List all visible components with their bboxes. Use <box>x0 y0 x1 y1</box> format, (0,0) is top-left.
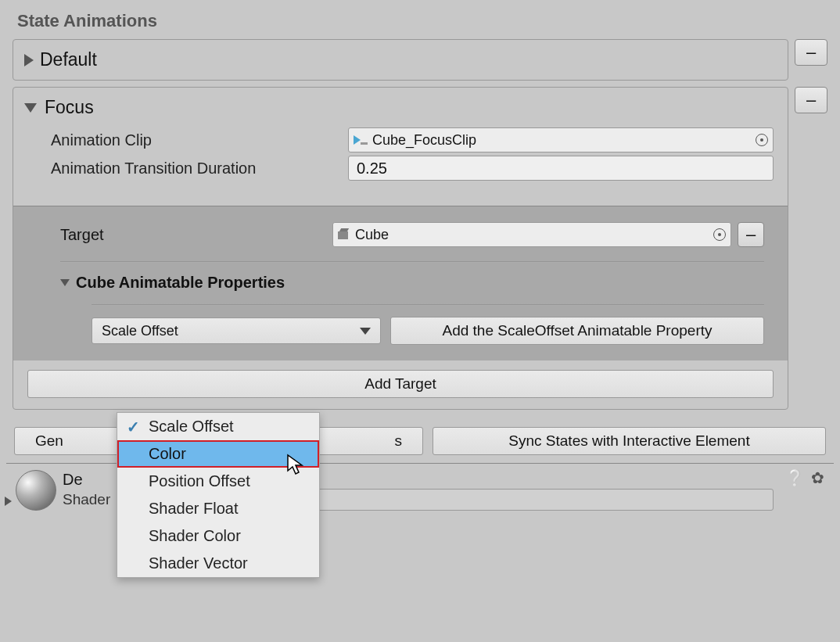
target-label: Target <box>60 226 326 244</box>
object-picker-icon[interactable] <box>756 134 768 146</box>
add-property-button[interactable]: Add the ScaleOffset Animatable Property <box>390 317 764 345</box>
dropdown-option[interactable]: Shader Vector <box>117 550 319 577</box>
target-row: Target Cube – <box>60 222 764 247</box>
expand-right-icon[interactable] <box>5 497 12 506</box>
expand-right-icon[interactable] <box>24 54 34 66</box>
anim-clip-value: Cube_FocusClip <box>372 132 476 149</box>
section-title: State Animations <box>17 11 834 31</box>
gameobject-icon <box>338 228 350 241</box>
material-icons: ❔ ✿ <box>785 468 824 487</box>
dropdown-option[interactable]: Shader Float <box>117 495 319 522</box>
generate-label-right: s <box>395 432 403 450</box>
props-title: Cube Animatable Properties <box>76 274 285 292</box>
remove-focus-button[interactable]: – <box>795 87 827 113</box>
transition-field[interactable]: 0.25 <box>348 156 774 181</box>
dropdown-option[interactable]: Color <box>117 440 319 468</box>
anim-clip-label: Animation Clip <box>51 131 348 149</box>
dropdown-option[interactable]: Scale Offset <box>117 413 319 440</box>
default-panel-header[interactable]: Default <box>13 40 788 80</box>
animation-clip-icon <box>354 134 368 146</box>
remove-default-button[interactable]: – <box>795 39 827 66</box>
focus-panel: Focus Animation Clip Cube_FocusClip Anim… <box>13 87 788 410</box>
focus-panel-header[interactable]: Focus <box>13 88 788 121</box>
add-target-button[interactable]: Add Target <box>27 370 774 398</box>
default-panel-title: Default <box>40 49 97 70</box>
object-picker-icon[interactable] <box>713 228 726 241</box>
gear-icon[interactable]: ✿ <box>811 468 824 487</box>
divider <box>60 261 764 263</box>
generate-label-left: Gen <box>35 432 63 450</box>
chevron-down-icon <box>360 328 371 335</box>
shader-label: Shader <box>63 491 110 508</box>
anim-clip-field[interactable]: Cube_FocusClip <box>348 127 774 152</box>
help-icon[interactable]: ❔ <box>785 468 805 487</box>
transition-row: Animation Transition Duration 0.25 <box>51 156 774 181</box>
anim-clip-row: Animation Clip Cube_FocusClip <box>51 127 774 152</box>
dropdown-option[interactable]: Shader Color <box>117 522 319 550</box>
material-preview-icon <box>16 470 56 511</box>
target-sub-panel: Target Cube – Cube Animatable Properties <box>13 206 788 360</box>
dropdown-option[interactable]: Position Offset <box>117 468 319 495</box>
target-field[interactable]: Cube <box>332 222 731 247</box>
sync-button[interactable]: Sync States with Interactive Element <box>433 427 826 455</box>
default-panel-row: Default – <box>13 39 827 81</box>
remove-target-button[interactable]: – <box>738 222 764 247</box>
divider <box>92 304 764 306</box>
dropdown-selected: Scale Offset <box>102 323 178 339</box>
property-dropdown-popup: Scale OffsetColorPosition OffsetShader F… <box>117 412 320 578</box>
props-header[interactable]: Cube Animatable Properties <box>60 274 764 292</box>
property-dropdown[interactable]: Scale Offset <box>92 317 381 344</box>
target-value: Cube <box>355 227 389 243</box>
expand-down-icon[interactable] <box>60 279 70 286</box>
expand-down-icon[interactable] <box>24 103 37 113</box>
focus-panel-body: Animation Clip Cube_FocusClip Animation … <box>13 121 788 195</box>
transition-value: 0.25 <box>357 160 387 178</box>
focus-panel-row: Focus Animation Clip Cube_FocusClip Anim… <box>13 87 827 410</box>
transition-label: Animation Transition Duration <box>51 160 348 178</box>
property-selector-row: Scale Offset Add the ScaleOffset Animata… <box>92 317 764 345</box>
default-panel: Default <box>13 39 788 81</box>
focus-panel-title: Focus <box>45 97 94 118</box>
